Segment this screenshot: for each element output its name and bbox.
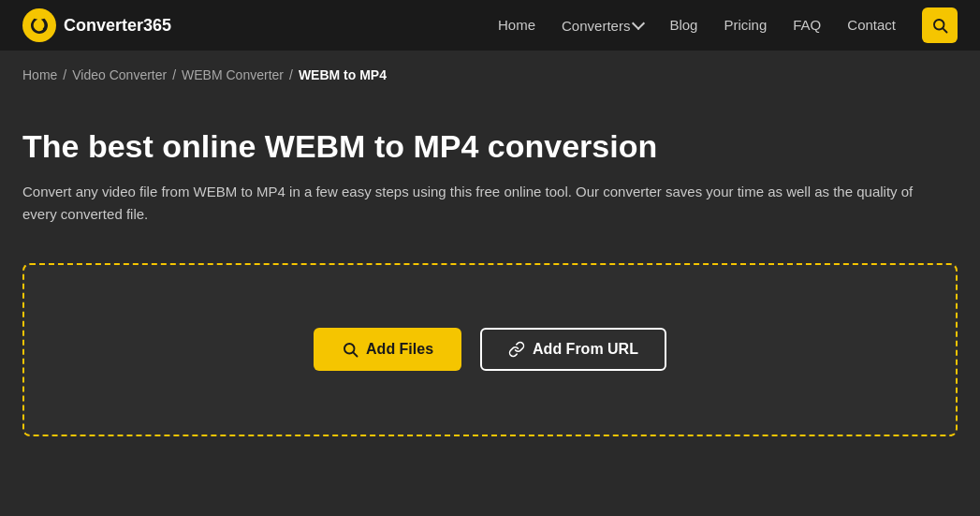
breadcrumb-sep-3: / xyxy=(289,67,293,82)
navbar: Converter365 Home Converters Blog Pricin… xyxy=(0,0,980,51)
svg-line-2 xyxy=(943,28,946,32)
upload-dropzone: Add Files Add From URL xyxy=(22,263,958,436)
breadcrumb-video-converter[interactable]: Video Converter xyxy=(72,67,167,82)
nav-home[interactable]: Home xyxy=(498,17,535,33)
breadcrumb-current: WEBM to MP4 xyxy=(299,67,387,82)
nav-converters-dropdown[interactable]: Converters xyxy=(562,18,643,34)
page-title: The best online WEBM to MP4 conversion xyxy=(22,127,958,166)
breadcrumb-webm-converter[interactable]: WEBM Converter xyxy=(182,67,284,82)
nav-faq[interactable]: FAQ xyxy=(793,17,821,33)
search-files-icon xyxy=(342,341,358,358)
brand-link[interactable]: Converter365 xyxy=(22,8,171,42)
breadcrumb-sep-2: / xyxy=(172,67,176,82)
breadcrumb: Home / Video Converter / WEBM Converter … xyxy=(0,51,980,99)
add-files-button[interactable]: Add Files xyxy=(314,328,461,371)
hero-section: The best online WEBM to MP4 conversion C… xyxy=(0,99,980,244)
nav-contact[interactable]: Contact xyxy=(847,17,896,33)
search-icon xyxy=(931,17,948,34)
link-icon xyxy=(508,341,525,358)
breadcrumb-home[interactable]: Home xyxy=(22,67,57,82)
svg-line-4 xyxy=(353,353,357,357)
nav-pricing[interactable]: Pricing xyxy=(724,17,767,33)
nav-blog[interactable]: Blog xyxy=(669,17,697,33)
chevron-down-icon xyxy=(632,17,645,30)
brand-logo-icon xyxy=(22,8,56,42)
nav-links: Home Converters Blog Pricing FAQ Contact xyxy=(498,7,958,43)
hero-description: Convert any video file from WEBM to MP4 … xyxy=(22,181,940,226)
brand-name: Converter365 xyxy=(64,16,171,36)
add-url-button[interactable]: Add From URL xyxy=(480,328,666,371)
breadcrumb-sep-1: / xyxy=(63,67,66,82)
search-button[interactable] xyxy=(922,7,958,43)
